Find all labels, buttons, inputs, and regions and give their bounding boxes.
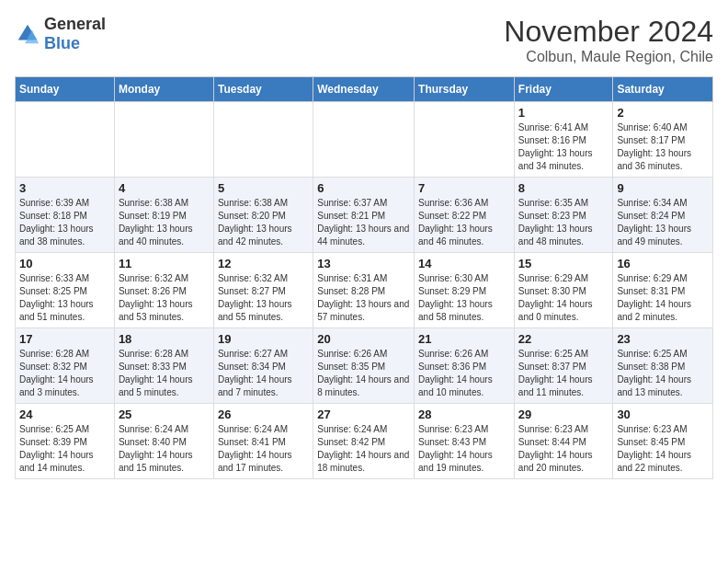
calendar-week-row: 24Sunrise: 6:25 AMSunset: 8:39 PMDayligh… bbox=[16, 404, 713, 479]
day-info: Sunrise: 6:36 AMSunset: 8:22 PMDaylight:… bbox=[418, 197, 510, 248]
day-number: 27 bbox=[317, 408, 410, 421]
day-number: 24 bbox=[19, 408, 110, 421]
day-info: Sunrise: 6:34 AMSunset: 8:24 PMDaylight:… bbox=[617, 197, 709, 248]
day-number: 6 bbox=[317, 181, 410, 195]
day-info: Sunrise: 6:38 AMSunset: 8:20 PMDaylight:… bbox=[218, 197, 309, 248]
day-number: 5 bbox=[218, 181, 309, 195]
header-day-friday: Friday bbox=[514, 77, 613, 102]
day-number: 30 bbox=[617, 408, 709, 421]
day-number: 1 bbox=[518, 106, 609, 120]
calendar-cell: 14Sunrise: 6:30 AMSunset: 8:29 PMDayligh… bbox=[415, 253, 515, 328]
header-day-sunday: Sunday bbox=[16, 77, 115, 102]
calendar-table: SundayMondayTuesdayWednesdayThursdayFrid… bbox=[15, 76, 713, 479]
calendar-cell: 20Sunrise: 6:26 AMSunset: 8:35 PMDayligh… bbox=[313, 328, 415, 404]
day-info: Sunrise: 6:26 AMSunset: 8:35 PMDaylight:… bbox=[317, 348, 410, 399]
day-info: Sunrise: 6:24 AMSunset: 8:41 PMDaylight:… bbox=[218, 423, 309, 475]
day-number: 16 bbox=[617, 257, 709, 270]
day-number: 26 bbox=[218, 408, 309, 421]
calendar-cell: 9Sunrise: 6:34 AMSunset: 8:24 PMDaylight… bbox=[613, 178, 713, 253]
calendar-cell: 5Sunrise: 6:38 AMSunset: 8:20 PMDaylight… bbox=[213, 178, 313, 253]
logo-general: General bbox=[44, 15, 106, 33]
title-block: November 2024 Colbun, Maule Region, Chil… bbox=[504, 15, 713, 65]
day-number: 21 bbox=[418, 332, 510, 346]
calendar-cell: 13Sunrise: 6:31 AMSunset: 8:28 PMDayligh… bbox=[313, 253, 415, 328]
calendar-cell: 19Sunrise: 6:27 AMSunset: 8:34 PMDayligh… bbox=[213, 328, 313, 404]
day-number: 22 bbox=[518, 332, 609, 346]
calendar-cell: 23Sunrise: 6:25 AMSunset: 8:38 PMDayligh… bbox=[613, 328, 713, 404]
header-day-saturday: Saturday bbox=[613, 77, 713, 102]
day-info: Sunrise: 6:30 AMSunset: 8:29 PMDaylight:… bbox=[418, 272, 510, 324]
header-day-monday: Monday bbox=[114, 77, 213, 102]
calendar-cell: 27Sunrise: 6:24 AMSunset: 8:42 PMDayligh… bbox=[313, 404, 415, 479]
day-info: Sunrise: 6:25 AMSunset: 8:37 PMDaylight:… bbox=[518, 348, 609, 399]
logo-icon bbox=[15, 21, 40, 47]
calendar-week-row: 10Sunrise: 6:33 AMSunset: 8:25 PMDayligh… bbox=[16, 253, 713, 328]
calendar-cell bbox=[114, 102, 213, 178]
page-header: General Blue November 2024 Colbun, Maule… bbox=[15, 15, 713, 65]
day-number: 13 bbox=[317, 257, 410, 270]
day-number: 3 bbox=[19, 181, 110, 195]
calendar-cell: 21Sunrise: 6:26 AMSunset: 8:36 PMDayligh… bbox=[415, 328, 515, 404]
day-number: 15 bbox=[518, 257, 609, 270]
calendar-cell: 18Sunrise: 6:28 AMSunset: 8:33 PMDayligh… bbox=[114, 328, 213, 404]
day-info: Sunrise: 6:37 AMSunset: 8:21 PMDaylight:… bbox=[317, 197, 410, 248]
day-info: Sunrise: 6:32 AMSunset: 8:26 PMDaylight:… bbox=[119, 272, 210, 324]
day-info: Sunrise: 6:28 AMSunset: 8:32 PMDaylight:… bbox=[19, 348, 110, 399]
calendar-cell: 22Sunrise: 6:25 AMSunset: 8:37 PMDayligh… bbox=[514, 328, 613, 404]
day-number: 19 bbox=[218, 332, 309, 346]
day-number: 10 bbox=[19, 257, 110, 270]
calendar-cell: 17Sunrise: 6:28 AMSunset: 8:32 PMDayligh… bbox=[16, 328, 115, 404]
day-number: 14 bbox=[418, 257, 510, 270]
day-number: 4 bbox=[119, 181, 210, 195]
day-info: Sunrise: 6:40 AMSunset: 8:17 PMDaylight:… bbox=[617, 121, 709, 173]
day-number: 8 bbox=[518, 181, 609, 195]
calendar-cell: 7Sunrise: 6:36 AMSunset: 8:22 PMDaylight… bbox=[415, 178, 515, 253]
day-info: Sunrise: 6:41 AMSunset: 8:16 PMDaylight:… bbox=[518, 121, 609, 173]
day-info: Sunrise: 6:35 AMSunset: 8:23 PMDaylight:… bbox=[518, 197, 609, 248]
day-number: 23 bbox=[617, 332, 709, 346]
calendar-cell: 26Sunrise: 6:24 AMSunset: 8:41 PMDayligh… bbox=[213, 404, 313, 479]
day-number: 7 bbox=[418, 181, 510, 195]
day-info: Sunrise: 6:25 AMSunset: 8:38 PMDaylight:… bbox=[617, 348, 709, 399]
calendar-cell: 6Sunrise: 6:37 AMSunset: 8:21 PMDaylight… bbox=[313, 178, 415, 253]
day-info: Sunrise: 6:29 AMSunset: 8:31 PMDaylight:… bbox=[617, 272, 709, 324]
day-info: Sunrise: 6:23 AMSunset: 8:43 PMDaylight:… bbox=[418, 423, 510, 475]
calendar-cell: 2Sunrise: 6:40 AMSunset: 8:17 PMDaylight… bbox=[613, 102, 713, 178]
header-day-wednesday: Wednesday bbox=[313, 77, 415, 102]
day-info: Sunrise: 6:27 AMSunset: 8:34 PMDaylight:… bbox=[218, 348, 309, 399]
day-info: Sunrise: 6:23 AMSunset: 8:44 PMDaylight:… bbox=[518, 423, 609, 475]
day-info: Sunrise: 6:32 AMSunset: 8:27 PMDaylight:… bbox=[218, 272, 309, 324]
header-day-thursday: Thursday bbox=[415, 77, 515, 102]
calendar-cell: 1Sunrise: 6:41 AMSunset: 8:16 PMDaylight… bbox=[514, 102, 613, 178]
day-number: 28 bbox=[418, 408, 510, 421]
day-number: 29 bbox=[518, 408, 609, 421]
day-info: Sunrise: 6:31 AMSunset: 8:28 PMDaylight:… bbox=[317, 272, 410, 324]
day-info: Sunrise: 6:28 AMSunset: 8:33 PMDaylight:… bbox=[119, 348, 210, 399]
day-info: Sunrise: 6:38 AMSunset: 8:19 PMDaylight:… bbox=[119, 197, 210, 248]
calendar-title: November 2024 bbox=[504, 15, 713, 49]
day-number: 17 bbox=[19, 332, 110, 346]
calendar-cell bbox=[213, 102, 313, 178]
day-info: Sunrise: 6:33 AMSunset: 8:25 PMDaylight:… bbox=[19, 272, 110, 324]
day-info: Sunrise: 6:39 AMSunset: 8:18 PMDaylight:… bbox=[19, 197, 110, 248]
calendar-cell: 15Sunrise: 6:29 AMSunset: 8:30 PMDayligh… bbox=[514, 253, 613, 328]
day-number: 20 bbox=[317, 332, 410, 346]
calendar-header-row: SundayMondayTuesdayWednesdayThursdayFrid… bbox=[16, 77, 713, 102]
calendar-cell bbox=[415, 102, 515, 178]
calendar-cell bbox=[313, 102, 415, 178]
calendar-subtitle: Colbun, Maule Region, Chile bbox=[504, 49, 713, 65]
day-number: 9 bbox=[617, 181, 709, 195]
calendar-cell: 11Sunrise: 6:32 AMSunset: 8:26 PMDayligh… bbox=[114, 253, 213, 328]
calendar-cell: 28Sunrise: 6:23 AMSunset: 8:43 PMDayligh… bbox=[415, 404, 515, 479]
day-info: Sunrise: 6:25 AMSunset: 8:39 PMDaylight:… bbox=[19, 423, 110, 475]
calendar-cell: 29Sunrise: 6:23 AMSunset: 8:44 PMDayligh… bbox=[514, 404, 613, 479]
calendar-week-row: 1Sunrise: 6:41 AMSunset: 8:16 PMDaylight… bbox=[16, 102, 713, 178]
calendar-cell: 25Sunrise: 6:24 AMSunset: 8:40 PMDayligh… bbox=[114, 404, 213, 479]
day-number: 2 bbox=[617, 106, 709, 120]
day-info: Sunrise: 6:24 AMSunset: 8:42 PMDaylight:… bbox=[317, 423, 410, 475]
calendar-cell: 30Sunrise: 6:23 AMSunset: 8:45 PMDayligh… bbox=[613, 404, 713, 479]
logo: General Blue bbox=[15, 15, 106, 53]
day-info: Sunrise: 6:26 AMSunset: 8:36 PMDaylight:… bbox=[418, 348, 510, 399]
calendar-cell: 3Sunrise: 6:39 AMSunset: 8:18 PMDaylight… bbox=[16, 178, 115, 253]
day-info: Sunrise: 6:23 AMSunset: 8:45 PMDaylight:… bbox=[617, 423, 709, 475]
